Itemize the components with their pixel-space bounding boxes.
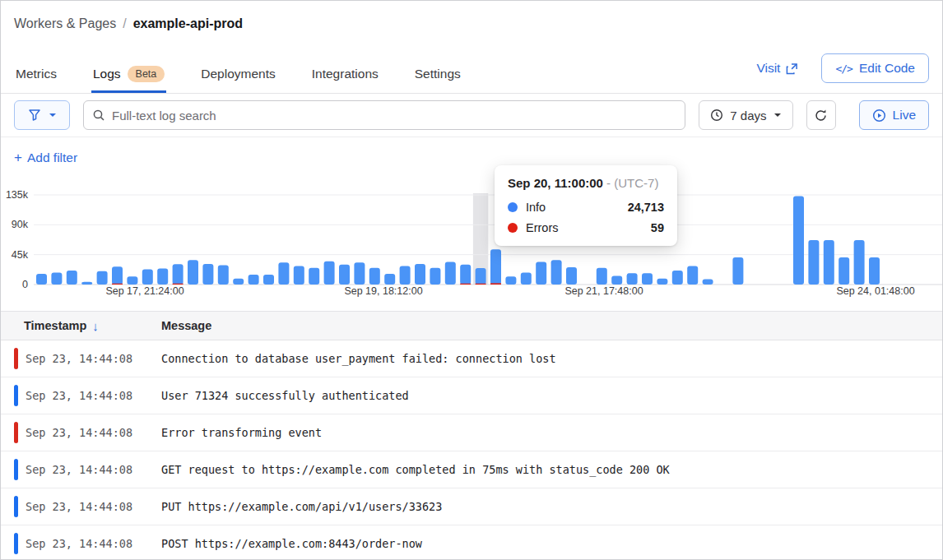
- breadcrumb-current: example-api-prod: [133, 16, 243, 31]
- column-header-timestamp[interactable]: Timestamp ↓: [1, 319, 161, 333]
- chart-bar[interactable]: [460, 265, 471, 285]
- chart-bar[interactable]: [824, 240, 834, 285]
- chart-bar[interactable]: [536, 262, 546, 285]
- chart-bar[interactable]: [384, 274, 395, 285]
- chart-bar-error-segment[interactable]: [173, 284, 183, 285]
- edit-code-button[interactable]: </> Edit Code: [821, 53, 929, 83]
- chart-bar[interactable]: [672, 271, 683, 285]
- add-filter-button[interactable]: + Add filter: [14, 150, 77, 166]
- chart-bar[interactable]: [324, 261, 335, 285]
- chart-bar[interactable]: [369, 268, 380, 285]
- chart-bar[interactable]: [81, 282, 92, 285]
- chart-bar[interactable]: [838, 257, 849, 285]
- series-dot-icon: [508, 223, 518, 233]
- log-row[interactable]: Sep 23, 14:44:08PUT https://example.com/…: [1, 488, 942, 525]
- tooltip-timezone: (UTC-7): [614, 176, 658, 190]
- chart-bar[interactable]: [793, 197, 804, 285]
- chart-bar[interactable]: [732, 257, 743, 285]
- chart-bar[interactable]: [627, 273, 638, 285]
- chart-bar[interactable]: [597, 268, 607, 285]
- chart-bar[interactable]: [294, 266, 304, 285]
- chart-bar[interactable]: [263, 275, 274, 285]
- chart-svg: 045k90k135kSep 17, 21:24:00Sep 19, 18:12…: [1, 178, 943, 299]
- chart-tooltip: Sep 20, 11:00:00 - (UTC-7) Info24,713Err…: [495, 165, 677, 246]
- log-row[interactable]: Sep 23, 14:44:08GET request to https://e…: [1, 451, 942, 488]
- chart-bar-error-segment[interactable]: [490, 283, 501, 285]
- sort-descending-icon[interactable]: ↓: [92, 319, 99, 333]
- chart-bar-error-segment[interactable]: [476, 284, 486, 285]
- tab-deployments[interactable]: Deployments: [199, 58, 276, 93]
- chart-bar[interactable]: [415, 264, 425, 285]
- log-row[interactable]: Sep 23, 14:44:08Error transforming event: [1, 414, 942, 451]
- search-icon: [92, 109, 105, 122]
- chevron-down-icon: [773, 113, 782, 118]
- chart-bar-error-segment[interactable]: [112, 284, 123, 285]
- chart-bar[interactable]: [687, 266, 698, 285]
- live-button[interactable]: Live: [859, 100, 929, 130]
- log-row[interactable]: Sep 23, 14:44:08Connection to database u…: [1, 340, 942, 377]
- chart-bar[interactable]: [188, 260, 198, 285]
- add-filter-row: + Add filter: [1, 137, 942, 178]
- chart-bar[interactable]: [142, 269, 153, 285]
- chart-bar[interactable]: [869, 257, 880, 285]
- tab-integrations[interactable]: Integrations: [310, 58, 380, 93]
- chart-bar[interactable]: [505, 276, 516, 285]
- chart-bar[interactable]: [642, 273, 653, 285]
- chart-bar[interactable]: [51, 272, 62, 285]
- chart-bar[interactable]: [202, 264, 213, 285]
- workers-logs-page: Workers & Pages / example-api-prod Metri…: [0, 0, 943, 560]
- log-row[interactable]: Sep 23, 14:44:08POST https://example.com…: [1, 525, 942, 560]
- tooltip-rows: Info24,713Errors59: [508, 201, 664, 234]
- chart-bar[interactable]: [36, 274, 47, 285]
- chart-bar[interactable]: [67, 271, 77, 285]
- table-header: Timestamp ↓ Message: [1, 312, 942, 340]
- chart-bar[interactable]: [249, 275, 259, 285]
- chart-bar[interactable]: [400, 266, 411, 285]
- code-icon: </>: [835, 62, 852, 75]
- tabs-row: MetricsLogsBetaDeploymentsIntegrationsSe…: [14, 53, 929, 93]
- chart-bar[interactable]: [490, 249, 501, 285]
- chart-bar[interactable]: [354, 262, 365, 285]
- chart-bar[interactable]: [339, 265, 350, 285]
- chart-bar[interactable]: [854, 240, 865, 285]
- chart-bar[interactable]: [218, 266, 229, 285]
- chart-bar[interactable]: [611, 276, 622, 285]
- y-axis-tick-label: 45k: [12, 249, 29, 261]
- refresh-button[interactable]: [806, 100, 836, 130]
- chart-bar[interactable]: [703, 280, 713, 285]
- chart-bar[interactable]: [476, 268, 486, 285]
- visit-link[interactable]: Visit: [756, 61, 798, 76]
- chart-bar-error-segment[interactable]: [460, 284, 471, 285]
- chart-bar[interactable]: [233, 279, 244, 285]
- breadcrumb-section[interactable]: Workers & Pages: [14, 16, 116, 31]
- x-axis-tick-label: Sep 21, 17:48:00: [564, 285, 643, 297]
- chart-bar[interactable]: [566, 267, 577, 285]
- chart-bar[interactable]: [127, 276, 137, 285]
- series-label: Errors: [526, 221, 558, 234]
- log-timestamp: Sep 23, 14:44:08: [18, 500, 161, 513]
- chart-bar[interactable]: [278, 262, 289, 285]
- log-table: Timestamp ↓ Message Sep 23, 14:44:08Conn…: [1, 311, 942, 560]
- chart-bar[interactable]: [173, 264, 183, 285]
- chart-bar[interactable]: [521, 272, 532, 285]
- chart-bar[interactable]: [445, 262, 456, 285]
- chart-bar[interactable]: [309, 268, 319, 285]
- tab-settings[interactable]: Settings: [413, 58, 462, 93]
- chart-bar[interactable]: [112, 266, 123, 285]
- chart-bar[interactable]: [551, 260, 562, 285]
- external-link-icon: [786, 62, 798, 75]
- tab-metrics[interactable]: Metrics: [14, 58, 58, 93]
- chart-bar[interactable]: [808, 240, 819, 285]
- chart-bar[interactable]: [430, 268, 440, 285]
- search-input[interactable]: [83, 100, 685, 130]
- chart-bar[interactable]: [657, 279, 667, 285]
- log-timestamp: Sep 23, 14:44:08: [18, 352, 161, 365]
- log-row[interactable]: Sep 23, 14:44:08User 71324 successfully …: [1, 377, 942, 414]
- tab-logs[interactable]: LogsBeta: [91, 58, 166, 93]
- filter-menu-button[interactable]: [14, 100, 70, 130]
- column-header-message[interactable]: Message: [161, 319, 211, 332]
- chart-bar[interactable]: [157, 269, 168, 285]
- time-range-button[interactable]: 7 days: [699, 100, 792, 130]
- chart-bar[interactable]: [97, 271, 108, 285]
- search-box: [83, 100, 685, 130]
